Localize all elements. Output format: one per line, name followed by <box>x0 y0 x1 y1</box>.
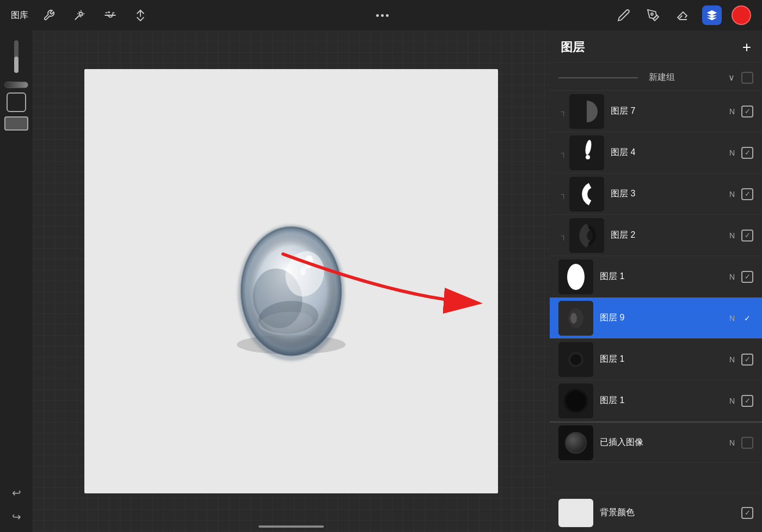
layer-mode: N <box>729 355 735 364</box>
layer-visibility-checkbox[interactable]: ✓ <box>741 395 753 407</box>
layer-visibility-checkbox[interactable]: ✓ <box>741 271 753 283</box>
layer-visibility-checkbox[interactable]: ✓ <box>741 188 753 200</box>
opacity-slider[interactable] <box>4 82 28 88</box>
layer-thumbnail <box>569 94 604 129</box>
background-label: 背景颜色 <box>600 507 741 518</box>
group-chevron-icon: ∨ <box>728 72 735 83</box>
layer-name: 图层 2 <box>611 230 729 241</box>
layer-row[interactable]: 图层 1 N ✓ <box>550 339 762 380</box>
layer-row[interactable]: ┐ 图层 3 N ✓ <box>550 174 762 215</box>
svg-point-0 <box>79 13 83 16</box>
layer-row-active[interactable]: 图层 9 N ✓ <box>550 298 762 339</box>
top-toolbar: 图库 <box>0 0 762 30</box>
layer-mode: N <box>729 273 735 281</box>
canvas-content <box>84 69 498 493</box>
layer-mode: N <box>729 107 735 116</box>
redo-button[interactable]: ↪ <box>7 507 26 527</box>
layers-panel-button[interactable] <box>702 5 722 25</box>
procreate-logo <box>558 425 593 460</box>
procreate-layer-visibility[interactable] <box>741 437 753 449</box>
undo-button[interactable]: ↩ <box>7 483 26 503</box>
layer-row[interactable]: 图层 1 N ✓ <box>550 256 762 298</box>
layer-indent: ┐ <box>558 149 569 157</box>
waterdrop <box>215 197 367 372</box>
toolbar-left: 图库 <box>11 5 150 25</box>
layers-list: 新建组 ∨ ┐ 图层 7 N ✓ ┐ <box>550 63 762 493</box>
layer-thumbnail <box>558 342 593 377</box>
layer-row[interactable]: ┐ 图层 4 N ✓ <box>550 132 762 174</box>
wrench-button[interactable] <box>39 5 59 25</box>
canvas-scrollbar[interactable] <box>259 525 324 528</box>
layer-name: 图层 3 <box>611 188 729 200</box>
layer-thumbnail <box>558 383 593 418</box>
pencil-tool-button[interactable] <box>614 5 634 25</box>
layers-header: 图层 + <box>550 30 762 63</box>
layer-name: 图层 1 <box>600 354 729 365</box>
canvas-area <box>33 30 550 532</box>
layer-visibility-checkbox[interactable]: ✓ <box>741 230 753 242</box>
layer-visibility-checkbox[interactable]: ✓ <box>741 312 753 324</box>
layer-thumbnail <box>569 218 604 253</box>
color-picker-button[interactable] <box>732 5 751 25</box>
background-row[interactable]: 背景颜色 ✓ <box>550 493 762 532</box>
group-visibility-checkbox[interactable] <box>741 72 753 84</box>
layer-mode: N <box>729 314 735 323</box>
square-tool-button[interactable] <box>7 92 26 112</box>
procreate-layer-row[interactable]: 已插入图像 N <box>550 422 762 463</box>
layer-row[interactable]: ┐ 图层 2 N ✓ <box>550 215 762 256</box>
layers-title: 图层 <box>561 39 585 55</box>
rect-tool-button[interactable] <box>4 116 28 131</box>
layer-name: 图层 4 <box>611 147 729 158</box>
layer-thumbnail <box>558 259 593 294</box>
layer-indent: ┐ <box>558 190 569 199</box>
overflow-menu[interactable] <box>376 14 389 17</box>
add-layer-button[interactable]: + <box>742 40 751 55</box>
layer-mode: N <box>729 190 735 199</box>
procreate-layer-name: 已插入图像 <box>600 437 729 448</box>
left-sidebar: ↩ ↪ <box>0 30 33 532</box>
layer-thumbnail <box>569 135 604 170</box>
group-row[interactable]: 新建组 ∨ <box>550 65 762 91</box>
toolbar-right <box>614 5 751 25</box>
svg-point-17 <box>586 155 590 159</box>
procreate-layer-mode: N <box>729 438 735 447</box>
svg-point-1 <box>651 13 653 15</box>
brush-size-slider[interactable] <box>14 40 19 73</box>
layer-name: 图层 1 <box>600 271 729 282</box>
layer-name: 图层 7 <box>611 106 729 117</box>
adjustments-button[interactable] <box>100 5 120 25</box>
layer-visibility-checkbox[interactable]: ✓ <box>741 354 753 366</box>
layer-indent: ┐ <box>558 107 569 116</box>
layers-panel: 图层 + 新建组 ∨ ┐ 图层 7 N ✓ ┐ <box>550 30 762 532</box>
layer-mode: N <box>729 397 735 405</box>
layer-visibility-checkbox[interactable]: ✓ <box>741 147 753 159</box>
background-visibility-checkbox[interactable]: ✓ <box>741 507 753 519</box>
layer-thumbnail <box>569 177 604 212</box>
eraser-tool-button[interactable] <box>673 5 692 25</box>
gallery-button[interactable]: 图库 <box>11 10 28 21</box>
layer-name: 图层 9 <box>600 312 729 324</box>
layer-mode: N <box>729 149 735 157</box>
svg-point-30 <box>566 391 586 411</box>
background-thumbnail <box>558 499 593 527</box>
svg-point-24 <box>570 313 577 324</box>
layer-row[interactable]: ┐ 图层 7 N ✓ <box>550 91 762 132</box>
toolbar-center <box>376 14 389 17</box>
svg-point-27 <box>570 354 581 365</box>
layer-row[interactable]: 图层 1 N ✓ <box>550 380 762 422</box>
arrow-button[interactable] <box>131 5 150 25</box>
svg-point-21 <box>567 264 585 290</box>
magic-button[interactable] <box>70 5 89 25</box>
calligraphy-tool-button[interactable] <box>643 5 663 25</box>
layer-name: 图层 1 <box>600 395 729 406</box>
layer-visibility-checkbox[interactable]: ✓ <box>741 106 753 117</box>
group-divider <box>558 77 638 78</box>
layer-indent: ┐ <box>558 231 569 240</box>
layer-mode: N <box>729 231 735 240</box>
group-label: 新建组 <box>644 72 728 83</box>
layer-thumbnail <box>558 301 593 336</box>
